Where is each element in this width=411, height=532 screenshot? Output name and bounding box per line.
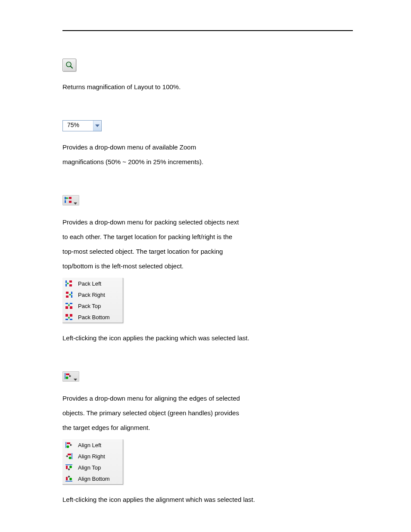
zoom-100-desc: Returns magnification of Layout to 100%. bbox=[62, 80, 353, 94]
align-tool-button[interactable] bbox=[62, 371, 79, 382]
svg-rect-12 bbox=[66, 296, 68, 298]
chevron-down-icon bbox=[74, 375, 77, 378]
pack-footer: Left-clicking the icon applies the packi… bbox=[62, 331, 353, 345]
pack-menu: Pack Left Pack Right bbox=[62, 278, 123, 323]
svg-rect-10 bbox=[69, 284, 72, 286]
pack-desc-2: to each other. The target location for p… bbox=[62, 230, 353, 244]
svg-rect-9 bbox=[69, 280, 72, 283]
zoom-dropdown-section: 75% Provides a drop-down menu of availab… bbox=[62, 120, 353, 169]
pack-bottom-icon bbox=[62, 314, 75, 320]
zoom-dd-desc-1: Provides a drop-down menu of available Z… bbox=[62, 140, 353, 155]
menu-item-pack-bottom[interactable]: Pack Bottom bbox=[62, 311, 123, 323]
svg-rect-18 bbox=[70, 306, 72, 309]
chevron-down-icon bbox=[74, 199, 77, 202]
zoom-select-value: 75% bbox=[63, 121, 93, 131]
svg-rect-11 bbox=[66, 292, 68, 294]
svg-rect-5 bbox=[69, 197, 72, 199]
menu-item-label: Align Bottom bbox=[75, 476, 110, 482]
menu-item-label: Align Right bbox=[75, 453, 105, 460]
svg-rect-17 bbox=[65, 306, 68, 309]
menu-item-label: Pack Top bbox=[75, 303, 101, 309]
align-desc-2: objects. The primary selected object (gr… bbox=[62, 406, 353, 420]
svg-rect-24 bbox=[66, 373, 69, 375]
align-top-icon bbox=[62, 464, 75, 471]
pack-left-icon bbox=[62, 280, 75, 287]
align-left-icon bbox=[64, 373, 72, 381]
svg-rect-36 bbox=[66, 477, 68, 480]
svg-rect-16 bbox=[70, 303, 72, 304]
menu-item-align-top[interactable]: Align Top bbox=[62, 462, 123, 473]
svg-point-31 bbox=[69, 457, 72, 459]
svg-line-1 bbox=[71, 66, 73, 68]
svg-point-37 bbox=[69, 478, 72, 480]
svg-point-25 bbox=[66, 376, 68, 379]
menu-item-pack-right[interactable]: Pack Right bbox=[62, 289, 123, 300]
svg-rect-3 bbox=[65, 197, 66, 199]
magnifier-icon bbox=[63, 61, 76, 69]
zoom-100-section: Returns magnification of Layout to 100%. bbox=[62, 59, 353, 94]
align-footer: Left-clicking the icon applies the align… bbox=[62, 492, 353, 507]
align-bottom-icon bbox=[62, 475, 75, 482]
menu-item-align-bottom[interactable]: Align Bottom bbox=[62, 473, 123, 484]
menu-item-align-left[interactable]: Align Left bbox=[62, 439, 123, 451]
align-menu: Align Left Align Right bbox=[62, 439, 123, 485]
svg-point-34 bbox=[69, 466, 72, 468]
align-section: Provides a drop-down menu for aligning t… bbox=[62, 371, 353, 507]
menu-item-pack-left[interactable]: Pack Left bbox=[62, 278, 123, 289]
svg-point-2 bbox=[67, 63, 70, 65]
svg-rect-21 bbox=[65, 319, 68, 320]
align-desc-3: the target edges for alignment. bbox=[62, 420, 353, 435]
menu-item-label: Pack Bottom bbox=[75, 314, 110, 320]
menu-item-label: Pack Left bbox=[75, 280, 101, 287]
zoom-100-button[interactable] bbox=[62, 59, 76, 72]
svg-rect-19 bbox=[65, 314, 68, 317]
svg-rect-4 bbox=[65, 200, 66, 203]
svg-rect-30 bbox=[68, 454, 71, 455]
menu-item-label: Align Top bbox=[75, 464, 101, 471]
menu-item-align-right[interactable]: Align Right bbox=[62, 451, 123, 462]
svg-rect-33 bbox=[66, 466, 68, 469]
menu-item-pack-top[interactable]: Pack Top bbox=[62, 300, 123, 311]
pack-top-icon bbox=[62, 302, 75, 309]
svg-point-28 bbox=[67, 445, 69, 448]
svg-rect-27 bbox=[67, 442, 70, 444]
svg-rect-6 bbox=[69, 201, 72, 203]
page-content: Returns magnification of Layout to 100%.… bbox=[0, 0, 411, 532]
pack-desc-4: top/bottom is the left-most selected obj… bbox=[62, 259, 353, 274]
menu-item-label: Align Left bbox=[75, 442, 101, 448]
svg-rect-22 bbox=[70, 319, 72, 320]
pack-desc-1: Provides a drop-down menu for packing se… bbox=[62, 215, 353, 230]
pack-tool-button[interactable] bbox=[62, 195, 79, 205]
zoom-dd-desc-2: magnifications (50% ~ 200% in 25% increm… bbox=[62, 155, 353, 169]
top-rule bbox=[62, 30, 353, 31]
align-right-icon bbox=[62, 453, 75, 460]
svg-rect-7 bbox=[65, 280, 67, 283]
svg-rect-15 bbox=[65, 303, 68, 304]
align-left-icon bbox=[62, 442, 75, 448]
svg-rect-14 bbox=[71, 295, 72, 298]
pack-desc-3: top-most selected object. The target loc… bbox=[62, 244, 353, 259]
zoom-select[interactable]: 75% bbox=[62, 120, 102, 131]
pack-section: Provides a drop-down menu for packing se… bbox=[62, 195, 353, 345]
pack-right-icon bbox=[62, 291, 75, 298]
menu-item-label: Pack Right bbox=[75, 292, 105, 298]
pack-left-icon bbox=[64, 196, 72, 205]
svg-rect-13 bbox=[71, 292, 72, 294]
align-desc-1: Provides a drop-down menu for aligning t… bbox=[62, 391, 353, 406]
svg-rect-8 bbox=[65, 284, 67, 286]
svg-rect-20 bbox=[70, 314, 72, 317]
chevron-down-icon bbox=[93, 121, 101, 131]
